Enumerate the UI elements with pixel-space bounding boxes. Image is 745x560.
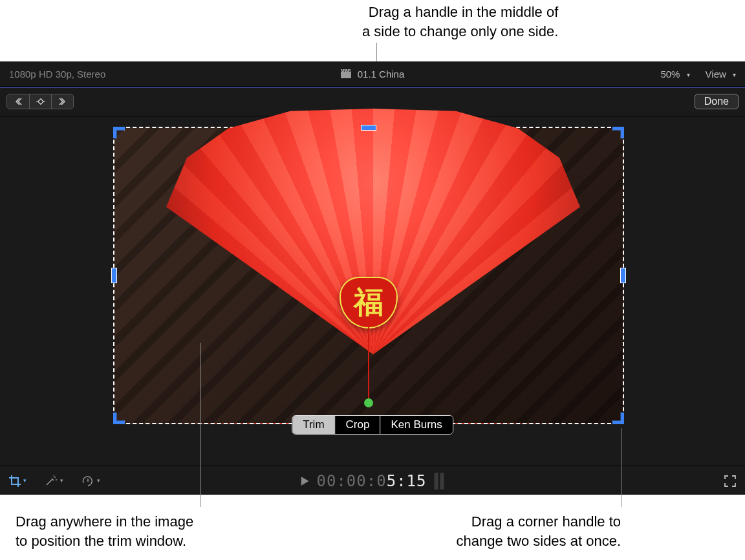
handle-top-middle[interactable] <box>362 125 376 130</box>
zoom-value: 50% <box>660 69 680 80</box>
callout-bottom-right: Drag a corner handle to change two sides… <box>362 512 621 550</box>
nav-button-group <box>6 94 74 109</box>
editor-window: 1080p HD 30p, Stereo 01.1 China 50% ▾ Vi… <box>0 61 745 495</box>
nav-next-button[interactable] <box>51 94 73 109</box>
titlebar: 1080p HD 30p, Stereo 01.1 China 50% ▾ Vi… <box>0 61 745 87</box>
handle-left-middle[interactable] <box>112 268 116 283</box>
viewer-area: 福 Trim Crop Ken Burns <box>0 116 745 466</box>
tag-character: 福 <box>354 283 383 323</box>
callout-br-line1: Drag a corner handle to <box>362 512 621 532</box>
callout-top-line2: a side to change only one side. <box>362 22 558 41</box>
lantern-string <box>368 322 369 400</box>
svg-point-10 <box>87 480 89 482</box>
mode-kenburns-button[interactable]: Ken Burns <box>380 416 452 434</box>
bottom-toolbar: ▾ ▾ ▾ 00:00:05:15 <box>0 466 745 496</box>
done-button[interactable]: Done <box>695 94 739 109</box>
chevron-down-icon: ▾ <box>733 71 736 78</box>
timecode-bright: 5:15 <box>387 472 427 490</box>
clip-title: 01.1 China <box>0 69 745 80</box>
clapperboard-icon <box>341 69 351 78</box>
mode-crop-button[interactable]: Crop <box>335 416 380 434</box>
callout-top: Drag a handle in the middle of a side to… <box>362 3 558 41</box>
svg-rect-6 <box>38 99 43 104</box>
lantern-bead <box>364 398 373 407</box>
svg-point-7 <box>54 477 56 478</box>
svg-point-9 <box>53 475 54 477</box>
effects-tool-button[interactable]: ▾ <box>45 475 63 487</box>
timecode-dim: 00:00:0 <box>317 472 387 490</box>
crop-mode-switch: Trim Crop Ken Burns <box>292 415 453 435</box>
timecode-display: 00:00:05:15 <box>301 472 444 490</box>
leader-bottom-left <box>200 343 201 507</box>
fullscreen-button[interactable] <box>724 475 736 487</box>
mode-trim-button[interactable]: Trim <box>292 416 334 434</box>
svg-point-8 <box>56 479 57 480</box>
nav-prev-button[interactable] <box>7 94 29 109</box>
retime-tool-button[interactable]: ▾ <box>81 475 100 487</box>
callout-top-line1: Drag a handle in the middle of <box>362 3 558 22</box>
play-button[interactable] <box>301 477 309 486</box>
view-dropdown[interactable]: View ▾ <box>706 69 736 80</box>
zoom-dropdown[interactable]: 50% ▾ <box>660 69 689 80</box>
audio-meter-icon <box>434 473 444 490</box>
leader-bottom-right <box>621 428 621 507</box>
svg-rect-0 <box>341 72 351 78</box>
crop-trim-rectangle[interactable]: 福 <box>113 127 624 424</box>
svg-marker-11 <box>301 477 309 486</box>
callout-bl-line1: Drag anywhere in the image <box>16 512 193 532</box>
callout-bl-line2: to position the trim window. <box>16 532 193 551</box>
callout-br-line2: change two sides at once. <box>362 532 621 551</box>
chevron-down-icon: ▾ <box>60 477 63 484</box>
chevron-down-icon: ▾ <box>23 477 27 484</box>
chevron-down-icon: ▾ <box>97 477 100 484</box>
clip-title-text: 01.1 China <box>358 69 405 80</box>
video-subject-lantern: 福 <box>134 109 603 384</box>
timecode-value[interactable]: 00:00:05:15 <box>317 472 427 490</box>
callout-bottom-left: Drag anywhere in the image to position t… <box>16 512 193 550</box>
crop-tool-button[interactable]: ▾ <box>9 475 27 487</box>
titlebar-right: 50% ▾ View ▾ <box>660 69 736 80</box>
chevron-down-icon: ▾ <box>687 71 690 78</box>
selection-highlight <box>0 87 745 88</box>
view-label: View <box>706 69 726 80</box>
nav-keyframe-button[interactable] <box>29 94 51 109</box>
handle-right-middle[interactable] <box>621 268 625 283</box>
